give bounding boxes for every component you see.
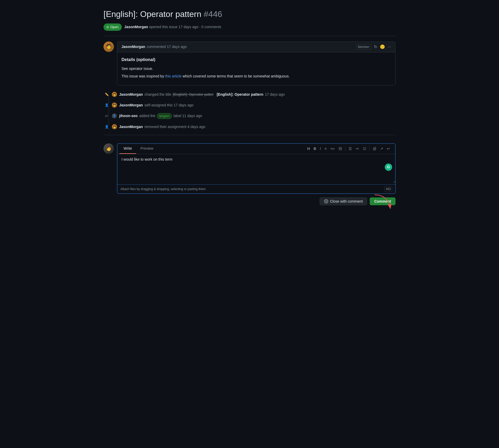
toolbar-undo-btn[interactable]: ↩ xyxy=(386,146,391,152)
write-footer: Attach files by dragging & dropping, sel… xyxy=(117,184,395,193)
comments-count: 0 comments xyxy=(202,25,221,29)
toolbar-divider-2 xyxy=(369,147,370,151)
comment-header-right: Member ↻ 🙂 ··· xyxy=(356,44,391,50)
comment-line2-prefix: This issue was inspired by xyxy=(121,74,165,78)
event1-avatar: 🧑 xyxy=(112,92,117,97)
toolbar-task-btn[interactable]: ☑ xyxy=(362,146,367,152)
tag-icon: 🏷 xyxy=(104,113,109,119)
issue-number: #446 xyxy=(204,9,222,19)
opened-text: opened this issue xyxy=(149,25,179,29)
toolbar-code-btn[interactable]: <> xyxy=(329,146,336,152)
close-with-comment-label: Close with comment xyxy=(330,199,363,203)
more-options-icon[interactable]: ··· xyxy=(388,44,391,50)
issue-title: [English]: Operator pattern #446 xyxy=(104,8,395,20)
header-divider xyxy=(104,36,395,36)
status-label: Open xyxy=(110,25,119,30)
write-toolbar: H B I ≡ <> ⛓ ☰ ≔ ☑ @ ↗ ↩ xyxy=(304,144,393,153)
toolbar-bold-btn[interactable]: B xyxy=(313,146,317,152)
toolbar-quote-btn[interactable]: ≡ xyxy=(324,146,328,152)
grammarly-icon: G xyxy=(385,164,392,171)
event2-avatar: 🧑 xyxy=(112,102,117,108)
pencil-icon: ✏️ xyxy=(104,92,109,97)
comment-line2: This issue was inspired by this article … xyxy=(121,74,391,79)
dot-sep: · xyxy=(199,25,202,29)
timeline-events: ✏️ 🧑 JasonMorgan changed the title [Engl… xyxy=(104,92,395,130)
timeline-event-removed-assignment: 👤 🧑 JasonMorgan removed their assignment… xyxy=(112,124,395,130)
timeline-event-label-added: 🏷 👤 jihoon-seo added the lang/en label 1… xyxy=(112,113,395,119)
issue-meta: Open JasonMorgan opened this issue 17 da… xyxy=(104,23,395,31)
event3-text: jihoon-seo added the lang/en label 11 da… xyxy=(119,113,202,119)
comment-header-left: JasonMorgan commented 17 days ago xyxy=(121,44,187,50)
comment-body: Details (optional) See operator issue. T… xyxy=(117,52,395,85)
textarea-wrapper: I would like to work on this term G xyxy=(117,154,395,184)
toolbar-heading-btn[interactable]: H xyxy=(306,146,311,152)
markdown-icon: MD xyxy=(385,186,392,192)
status-dot xyxy=(107,26,109,28)
issue-header: [English]: Operator pattern #446 Open Ja… xyxy=(104,8,395,31)
main-comment-block: 🧑 JasonMorgan commented 17 days ago Memb… xyxy=(104,41,395,86)
tab-preview[interactable]: Preview xyxy=(136,144,157,154)
event2-text: JasonMorgan self-assigned this 17 days a… xyxy=(119,102,193,108)
event1-text: JasonMorgan changed the title [English]:… xyxy=(119,92,285,97)
timeline-event-title-change: ✏️ 🧑 JasonMorgan changed the title [Engl… xyxy=(112,92,395,97)
comment-header: JasonMorgan commented 17 days ago Member… xyxy=(117,42,395,52)
close-with-comment-button[interactable]: Close with comment xyxy=(320,197,367,205)
write-tabs-left: Write Preview xyxy=(119,144,157,154)
member-badge: Member xyxy=(356,44,371,50)
issue-author: JasonMorgan xyxy=(124,25,148,29)
emoji-icon[interactable]: 🙂 xyxy=(380,44,385,50)
event3-avatar: 👤 xyxy=(112,113,117,119)
timeline-event-self-assigned: 👤 🧑 JasonMorgan self-assigned this 17 da… xyxy=(112,102,395,108)
reaction-spin-icon[interactable]: ↻ xyxy=(374,44,377,50)
comment-box: JasonMorgan commented 17 days ago Member… xyxy=(117,41,395,86)
comment-heading: Details (optional) xyxy=(121,57,391,63)
comment-line2-suffix: which covered some terms that seem to be… xyxy=(181,74,290,78)
tab-write[interactable]: Write xyxy=(119,144,136,154)
toolbar-link-btn[interactable]: ⛓ xyxy=(337,146,343,152)
action-row: Close with comment Comment xyxy=(117,197,395,205)
comment-time: commented 17 days ago xyxy=(147,44,187,50)
commenter-avatar: 🧑 xyxy=(104,41,114,52)
timeline-divider xyxy=(104,135,395,135)
opened-time: 17 days ago xyxy=(179,25,198,29)
event4-avatar: 🧑 xyxy=(112,124,117,129)
current-user-avatar: 🧑 xyxy=(104,143,114,154)
toolbar-divider-1 xyxy=(345,147,345,151)
toolbar-numbered-btn[interactable]: ≔ xyxy=(355,146,360,152)
article-link[interactable]: this article xyxy=(165,74,181,78)
issue-meta-text: JasonMorgan opened this issue 17 days ag… xyxy=(124,24,221,30)
comment-textarea[interactable]: I would like to work on this term xyxy=(117,154,395,183)
write-section: 🧑 Write Preview H B I ≡ <> ⛓ ☰ ≔ ☑ xyxy=(104,143,395,205)
close-icon xyxy=(324,199,328,203)
comment-button[interactable]: Comment xyxy=(370,197,395,205)
toolbar-bullet-btn[interactable]: ☰ xyxy=(348,146,353,152)
person-icon-2: 👤 xyxy=(104,124,109,129)
title-text: [English]: Operator pattern xyxy=(104,9,204,19)
toolbar-ref-btn[interactable]: ↗ xyxy=(379,146,384,152)
toolbar-italic-btn[interactable]: I xyxy=(319,146,322,152)
attach-hint: Attach files by dragging & dropping, sel… xyxy=(120,187,206,191)
person-icon-1: 👤 xyxy=(104,102,109,108)
status-badge: Open xyxy=(104,23,122,31)
comment-line1: See operator issue. xyxy=(121,66,391,71)
comment-author: JasonMorgan xyxy=(121,44,145,50)
write-box: Write Preview H B I ≡ <> ⛓ ☰ ≔ ☑ @ ↗ xyxy=(117,143,395,194)
lang-en-label: lang/en xyxy=(157,113,172,119)
toolbar-mention-btn[interactable]: @ xyxy=(372,146,378,152)
write-tabs: Write Preview H B I ≡ <> ⛓ ☰ ≔ ☑ @ ↗ xyxy=(117,144,395,154)
event4-text: JasonMorgan removed their assignment 4 d… xyxy=(119,124,205,130)
